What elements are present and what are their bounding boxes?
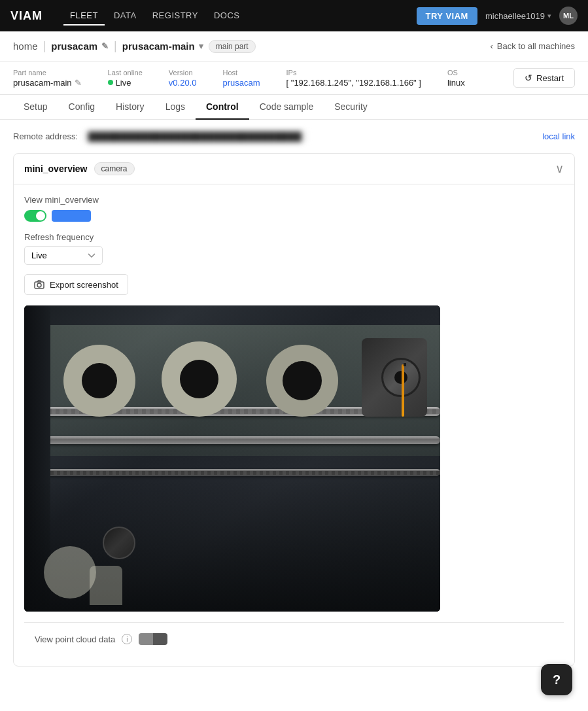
svg-point-1	[37, 283, 41, 287]
avatar[interactable]: ML	[559, 7, 578, 25]
tab-setup[interactable]: Setup	[13, 95, 58, 120]
edit-machine-icon[interactable]: ✎	[101, 41, 109, 51]
version-link[interactable]: v0.20.0	[169, 78, 197, 88]
nav-docs[interactable]: DOCS	[207, 7, 247, 26]
view-label: View mini_overview	[24, 195, 564, 205]
part-badge: main part	[209, 40, 256, 53]
info-icon[interactable]: i	[122, 634, 132, 644]
breadcrumb-sep-1: |	[43, 39, 46, 53]
component-header[interactable]: mini_overview camera ∨	[14, 154, 574, 184]
username-label: michaellee1019	[485, 11, 545, 21]
last-online-value: Live	[108, 78, 143, 88]
remote-address-row: Remote address: ████████████████████████…	[13, 130, 575, 143]
tab-code-sample[interactable]: Code sample	[249, 95, 324, 120]
part-chevron-icon[interactable]: ▾	[199, 41, 203, 51]
component-card: mini_overview camera ∨ View mini_overvie…	[13, 153, 575, 667]
version-label: Version	[169, 69, 197, 77]
main-content: Remote address: ████████████████████████…	[0, 120, 588, 677]
refresh-select[interactable]: Live 1s 5s 10s 30s	[24, 246, 103, 265]
breadcrumb: home | prusacam ✎ | prusacam-main ▾ main…	[0, 31, 588, 61]
restart-icon: ↺	[525, 73, 532, 83]
component-name: mini_overview	[24, 164, 88, 174]
remote-address-label: Remote address:	[13, 131, 78, 141]
nav-registry[interactable]: REGISTRY	[146, 7, 205, 26]
back-to-machines-button[interactable]: ‹ Back to all machines	[490, 41, 575, 51]
last-online-text: Live	[116, 78, 131, 88]
try-viam-button[interactable]: TRY VIAM	[417, 7, 477, 25]
tab-config[interactable]: Config	[58, 95, 105, 120]
remote-address-group: Remote address: ████████████████████████…	[13, 130, 307, 143]
refresh-label: Refresh frequency	[24, 232, 564, 242]
toggle-off-right	[153, 633, 167, 645]
back-btn-label: Back to all machines	[497, 41, 575, 51]
breadcrumb-part[interactable]: prusacam-main ▾	[122, 41, 203, 52]
tabs-bar: Setup Config History Logs Control Code s…	[0, 95, 588, 120]
meta-host: Host prusacam	[222, 69, 260, 88]
host-link[interactable]: prusacam	[222, 78, 260, 88]
nav-fleet[interactable]: FLEET	[63, 7, 105, 26]
machine-name: prusacam	[51, 41, 97, 52]
breadcrumb-sep-2: |	[114, 39, 117, 53]
component-type-badge: camera	[94, 162, 135, 175]
tab-logs[interactable]: Logs	[155, 95, 196, 120]
meta-part-name: Part name prusacam-main ✎	[13, 69, 82, 88]
remote-address-value: ████████████████████████████████	[83, 130, 307, 143]
last-online-label: Last online	[108, 69, 143, 77]
meta-ips: IPs [ "192.168.1.245", "192.168.1.166" ]	[286, 69, 421, 88]
nav-data[interactable]: DATA	[107, 7, 143, 26]
breadcrumb-machine[interactable]: prusacam ✎	[51, 41, 109, 52]
logo[interactable]: VIAM	[10, 9, 43, 23]
toggle-row	[24, 210, 564, 222]
component-chevron-icon: ∨	[555, 162, 564, 176]
breadcrumb-home[interactable]: home	[13, 41, 38, 52]
ips-label: IPs	[286, 69, 421, 77]
point-cloud-toggle[interactable]	[139, 633, 167, 645]
edit-part-icon[interactable]: ✎	[75, 78, 82, 88]
restart-button[interactable]: ↺ Restart	[513, 68, 575, 88]
nav-links: FLEET DATA REGISTRY DOCS	[63, 7, 401, 26]
status-dot-icon	[108, 80, 113, 85]
back-arrow-icon: ‹	[490, 41, 493, 51]
local-link[interactable]: local link	[542, 131, 575, 141]
tab-history[interactable]: History	[105, 95, 155, 120]
camera-placeholder	[24, 305, 440, 612]
user-menu[interactable]: michaellee1019 ▾	[485, 11, 551, 21]
part-name: prusacam-main	[122, 41, 195, 52]
export-screenshot-button[interactable]: Export screenshot	[24, 274, 128, 295]
view-toggle[interactable]	[24, 210, 46, 222]
meta-version: Version v0.20.0	[169, 69, 197, 88]
camera-image	[24, 305, 440, 612]
os-label: OS	[447, 69, 465, 77]
view-progress-bar	[52, 210, 91, 222]
help-icon: ?	[553, 672, 561, 678]
meta-os: OS linux	[447, 69, 465, 88]
point-cloud-label: View point cloud data	[35, 634, 115, 644]
host-label: Host	[222, 69, 260, 77]
meta-last-online: Last online Live	[108, 69, 143, 88]
meta-row: Part name prusacam-main ✎ Last online Li…	[0, 61, 588, 95]
ips-value: [ "192.168.1.245", "192.168.1.166" ]	[286, 78, 421, 88]
toggle-off-left	[139, 633, 153, 645]
help-button[interactable]: ?	[541, 664, 572, 677]
part-name-value: prusacam-main ✎	[13, 78, 82, 88]
nav-right: TRY VIAM michaellee1019 ▾ ML	[417, 7, 578, 25]
top-nav: VIAM FLEET DATA REGISTRY DOCS TRY VIAM m…	[0, 0, 588, 31]
restart-label: Restart	[536, 73, 564, 83]
part-name-label: Part name	[13, 69, 82, 77]
point-cloud-row: View point cloud data i	[24, 622, 564, 655]
tab-security[interactable]: Security	[324, 95, 378, 120]
chevron-down-icon: ▾	[547, 12, 551, 20]
part-name-text: prusacam-main	[13, 78, 72, 88]
tab-control[interactable]: Control	[196, 95, 249, 120]
component-body: View mini_overview Refresh frequency Liv…	[14, 184, 574, 666]
camera-icon	[34, 279, 44, 290]
export-screenshot-label: Export screenshot	[50, 280, 118, 290]
os-value: linux	[447, 78, 465, 88]
